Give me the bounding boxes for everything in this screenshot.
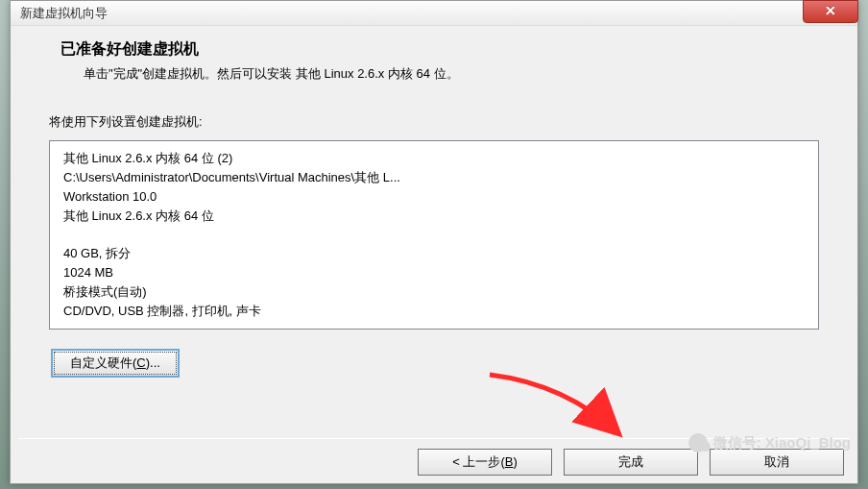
table-row: 版本: Workstation 10.0: [63, 187, 805, 207]
back-button[interactable]: < 上一步(B): [418, 449, 552, 476]
setting-value: CD/DVD, USB 控制器, 打印机, 声卡: [63, 302, 805, 321]
cancel-button[interactable]: 取消: [710, 449, 844, 476]
finish-button[interactable]: 完成: [564, 449, 698, 476]
close-button[interactable]: ✕: [803, 0, 858, 23]
table-row: 其他设备: CD/DVD, USB 控制器, 打印机, 声卡: [63, 302, 805, 321]
watermark-text: 微信号: XiaoQi_Blog: [713, 434, 851, 452]
header-section: 已准备好创建虚拟机 单击"完成"创建虚拟机。然后可以安装 其他 Linux 2.…: [11, 39, 857, 96]
setting-value: 40 GB, 拆分: [63, 244, 805, 263]
setting-value: 其他 Linux 2.6.x 内核 64 位: [63, 207, 805, 226]
table-row: 操作系统: 其他 Linux 2.6.x 内核 64 位: [63, 207, 805, 226]
setting-value: 其他 Linux 2.6.x 内核 64 位 (2): [63, 149, 805, 168]
titlebar: 新建虚拟机向导: [11, 1, 857, 26]
table-row: 内存: 1024 MB: [63, 263, 805, 282]
back-button-label: < 上一步(B): [452, 454, 518, 469]
settings-intro-label: 将使用下列设置创建虚拟机:: [11, 96, 857, 136]
window-title: 新建虚拟机向导: [20, 5, 108, 22]
table-row: 硬盘: 40 GB, 拆分: [63, 244, 805, 263]
setting-value: 1024 MB: [63, 263, 805, 282]
wizard-window: 新建虚拟机向导 ✕ 已准备好创建虚拟机 单击"完成"创建虚拟机。然后可以安装 其…: [10, 0, 858, 484]
setting-value: 桥接模式(自动): [63, 282, 805, 302]
setting-value: Workstation 10.0: [63, 187, 805, 207]
customize-button-label: 自定义硬件(C)...: [70, 355, 160, 370]
table-row: 位置: C:\Users\Administrator\Documents\Vir…: [63, 168, 805, 187]
page-title: 已准备好创建虚拟机: [60, 39, 834, 60]
table-row: 网络适配器: 桥接模式(自动): [63, 282, 805, 302]
wechat-icon: [688, 433, 708, 452]
table-row: 名称: 其他 Linux 2.6.x 内核 64 位 (2): [63, 149, 805, 168]
button-bar: < 上一步(B) 完成 取消: [418, 449, 844, 476]
settings-summary-box: 名称: 其他 Linux 2.6.x 内核 64 位 (2) 位置: C:\Us…: [49, 140, 819, 330]
content-area: 已准备好创建虚拟机 单击"完成"创建虚拟机。然后可以安装 其他 Linux 2.…: [11, 26, 857, 378]
customize-hardware-button[interactable]: 自定义硬件(C)...: [51, 349, 180, 378]
page-subtitle: 单击"完成"创建虚拟机。然后可以安装 其他 Linux 2.6.x 内核 64 …: [60, 65, 834, 83]
watermark: 微信号: XiaoQi_Blog: [688, 433, 851, 452]
settings-table: 名称: 其他 Linux 2.6.x 内核 64 位 (2) 位置: C:\Us…: [63, 149, 805, 321]
setting-value: C:\Users\Administrator\Documents\Virtual…: [63, 168, 805, 187]
